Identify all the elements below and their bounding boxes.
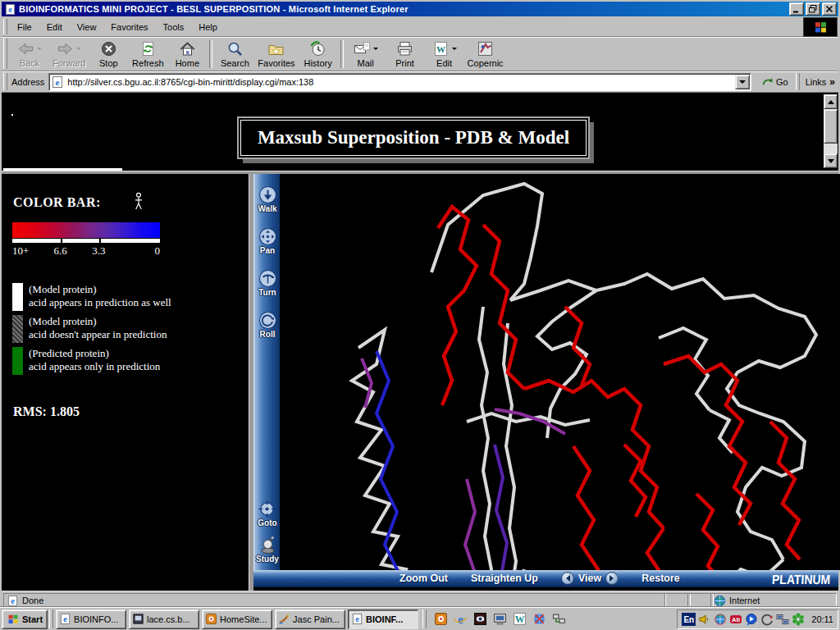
task-button-homesite[interactable]: HomeSite... — [202, 609, 272, 629]
view-prev-button[interactable] — [561, 572, 574, 585]
restore-button[interactable] — [806, 2, 820, 16]
zoom-out-button[interactable]: Zoom Out — [399, 573, 448, 584]
homesite-icon[interactable] — [434, 612, 448, 626]
go-arrow-icon — [761, 75, 774, 88]
protein-structure-canvas[interactable] — [280, 174, 840, 570]
toolbar-button-label: Refresh — [132, 58, 164, 68]
mail-button[interactable]: Mail — [346, 38, 386, 71]
scroll-thumb[interactable] — [824, 109, 838, 144]
viewer-bottom-label: Zoom Out — [399, 573, 448, 584]
word-w-icon[interactable]: W — [513, 612, 527, 626]
tray-globe-icon[interactable] — [714, 613, 727, 626]
go-button[interactable]: Go — [756, 74, 794, 89]
viewer-walk-button[interactable]: Walk — [258, 185, 277, 213]
viewer-turn-button[interactable]: Turn — [258, 269, 277, 297]
computer-icon[interactable] — [493, 612, 507, 626]
globe-x-icon[interactable] — [532, 612, 546, 626]
windows-flag-icon — [813, 20, 829, 35]
dropdown-arrow-icon[interactable] — [373, 48, 378, 52]
protein-trace — [431, 184, 542, 300]
view-next-button[interactable] — [605, 572, 619, 585]
svg-text:e: e — [63, 614, 67, 623]
viewer-button-label: Study — [256, 555, 279, 564]
quick-launch-icons: eW — [434, 612, 566, 626]
links-bar[interactable]: Links » — [802, 76, 838, 88]
search-button[interactable]: Search — [215, 38, 254, 71]
scroll-up-button[interactable] — [824, 94, 838, 109]
viewer-roll-button[interactable]: Roll — [258, 311, 277, 339]
dropdown-arrow-icon[interactable] — [37, 48, 42, 52]
viewer-study-button[interactable]: Study — [256, 536, 279, 564]
minimize-button[interactable] — [789, 2, 804, 16]
task-label: BIOINF... — [366, 614, 403, 624]
scroll-down-button[interactable] — [824, 153, 838, 168]
copernic-button[interactable]: Copernic — [464, 38, 507, 71]
ie-app-icon: e — [4, 3, 16, 16]
speaker-icon[interactable] — [698, 613, 711, 626]
viewer-goto-button[interactable]: Goto — [258, 500, 276, 527]
task-icon homesite-icon — [205, 613, 217, 625]
restore-button[interactable]: Restore — [641, 573, 680, 584]
task-button-bioinfo[interactable]: eBIOINFO... — [56, 609, 126, 629]
menu-item-help[interactable]: Help — [191, 20, 225, 34]
toolbar-button-top — [354, 39, 378, 57]
view-button[interactable]: View — [561, 572, 619, 585]
links-chevron-icon[interactable]: » — [829, 76, 835, 88]
menu-item-file[interactable]: File — [10, 20, 39, 34]
net-tray-icon[interactable] — [776, 613, 789, 626]
toolbar-button-top — [309, 39, 326, 57]
menu-gripper[interactable] — [3, 19, 7, 34]
viewer-button-label: Turn — [258, 288, 276, 297]
print-button[interactable]: Print — [386, 38, 425, 71]
scroll-track[interactable] — [824, 144, 838, 153]
security-zone-pane: Internet — [710, 593, 837, 608]
refresh-button[interactable]: Refresh — [128, 38, 167, 71]
home-button[interactable]: Home — [167, 38, 207, 71]
dropdown-arrow-icon[interactable] — [76, 48, 81, 52]
address-input[interactable]: e http://silver.cs.bgu.ac.il:8765/cgi-bi… — [48, 73, 751, 91]
menu-item-tools[interactable]: Tools — [156, 20, 192, 34]
address-dropdown-button[interactable] — [735, 75, 750, 89]
ati-icon[interactable]: Ati — [729, 613, 742, 626]
taskbar-gripper-2[interactable] — [422, 609, 427, 628]
rms-value: RMS: 1.805 — [13, 404, 80, 419]
keyboard-language-indicator[interactable]: En — [682, 613, 696, 626]
straighten-up-button[interactable]: Straighten Up — [471, 573, 538, 584]
menu-item-view[interactable]: View — [70, 20, 104, 34]
network-icon[interactable] — [552, 612, 566, 626]
toolbar-separator — [340, 40, 344, 68]
ie-e-icon[interactable]: e — [454, 612, 468, 626]
forward-button[interactable]: Forward — [49, 38, 89, 71]
edit-button[interactable]: WEdit — [425, 38, 464, 71]
viewer-button-label: Roll — [260, 330, 276, 339]
address-url-text[interactable]: http://silver.cs.bgu.ac.il:8765/cgi-bin-… — [67, 77, 735, 87]
bubble-icon[interactable] — [745, 613, 758, 626]
task-button-lacecsb[interactable]: lace.cs.b... — [129, 609, 199, 629]
links-gripper[interactable] — [796, 73, 800, 90]
taskbar-gripper-1[interactable] — [49, 609, 53, 628]
history-button[interactable]: History — [299, 38, 338, 71]
favorites-button[interactable]: Favorites — [254, 38, 298, 71]
toolbar-button-label: Edit — [436, 58, 452, 68]
dropdown-arrow-icon[interactable] — [452, 48, 457, 52]
dark-eye-icon[interactable] — [473, 612, 487, 626]
icq-flower-icon[interactable] — [792, 613, 805, 626]
scale-label: 6.6 — [53, 244, 66, 258]
close-button[interactable] — [822, 2, 837, 16]
stop-button[interactable]: Stop — [89, 38, 128, 71]
start-button[interactable]: Start — [2, 609, 48, 629]
task-icon ie-page-icon: e — [351, 613, 363, 625]
banner-scrollbar[interactable] — [824, 94, 838, 168]
arrow-right-icon — [609, 575, 617, 582]
address-gripper[interactable] — [3, 73, 7, 90]
sync-icon[interactable] — [760, 613, 774, 626]
menu-item-edit[interactable]: Edit — [39, 20, 70, 34]
title-bar[interactable]: e BIOINFORMATICS MINI PROJECT - BESL SUP… — [2, 2, 838, 16]
back-button[interactable]: Back — [10, 38, 49, 71]
menu-item-favorites[interactable]: Favorites — [103, 20, 155, 34]
taskbar: Start eBIOINFO...lace.cs.b...HomeSite...… — [0, 607, 840, 630]
viewer-pan-button[interactable]: Pan — [258, 227, 277, 255]
task-button-jascpain[interactable]: Jasc Pain... — [275, 609, 345, 629]
task-button-bioinf[interactable]: eBIOINF... — [348, 609, 418, 629]
toolbar-gripper[interactable] — [3, 39, 7, 69]
